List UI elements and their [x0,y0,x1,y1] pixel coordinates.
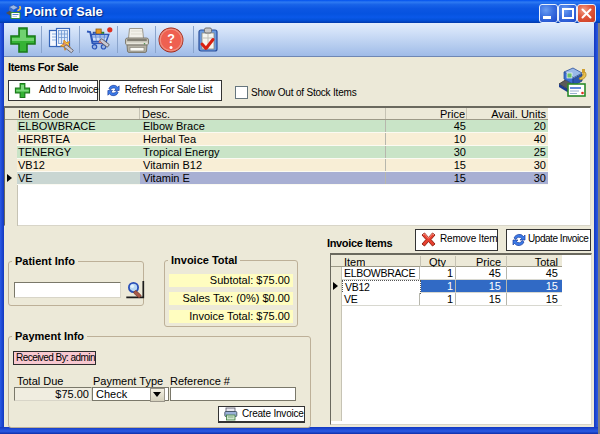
svg-text:?: ? [167,32,175,46]
